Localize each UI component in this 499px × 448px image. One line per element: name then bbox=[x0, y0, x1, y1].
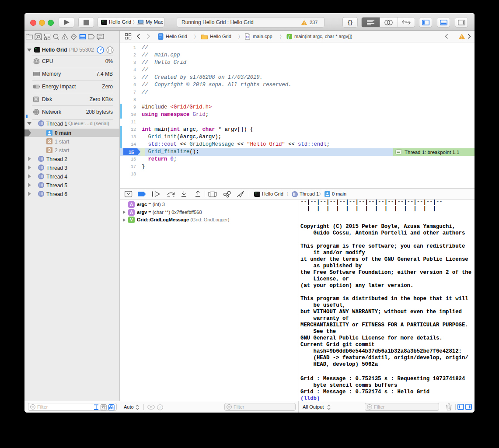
svg-text:c+: c+ bbox=[246, 35, 249, 38]
svg-text:i: i bbox=[159, 405, 161, 410]
